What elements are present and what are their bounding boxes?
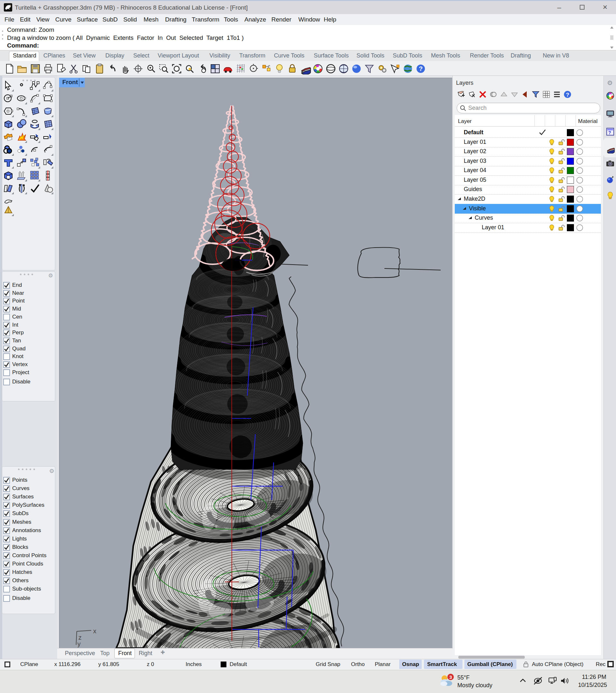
svg-text:8: 8	[9, 4, 11, 7]
svg-text:?: ?	[608, 130, 611, 135]
svg-text:?: ?	[419, 65, 423, 72]
svg-text:y: y	[77, 640, 81, 648]
svg-text:x: x	[93, 628, 96, 635]
svg-text:3: 3	[449, 674, 452, 680]
svg-text:?: ?	[566, 92, 569, 98]
svg-text:z: z	[78, 634, 82, 641]
